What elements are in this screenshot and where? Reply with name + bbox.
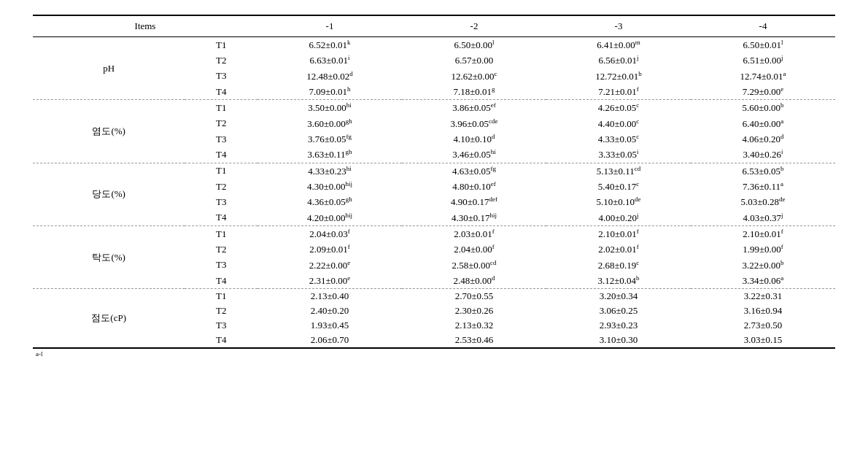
cell-0-0-1: 6.50±0.00l (402, 37, 546, 53)
cell-4-2-3: 2.73±0.50 (691, 318, 835, 333)
sub-label: T1 (185, 37, 257, 53)
cell-0-1-3: 6.51±0.00j (691, 53, 835, 68)
sub-label: T3 (185, 131, 257, 147)
sub-label: T2 (185, 242, 257, 257)
cell-4-1-1: 2.30±0.26 (402, 304, 546, 318)
cell-1-1-1: 3.96±0.05cde (402, 116, 546, 131)
sub-label: T2 (185, 53, 257, 68)
cell-0-2-2: 12.72±0.01b (546, 69, 691, 84)
cell-4-1-3: 3.16±0.94 (691, 304, 835, 318)
group-label-3: 탁도(%) (33, 225, 185, 288)
sub-label: T1 (185, 100, 257, 116)
cell-2-1-3: 7.36±0.11a (691, 179, 835, 194)
cell-4-3-0: 2.06±0.70 (257, 333, 402, 348)
sub-label: T3 (185, 69, 257, 84)
cell-2-2-3: 5.03±0.28de (691, 194, 835, 209)
header-col1: -1 (257, 15, 402, 37)
cell-3-0-1: 2.03±0.01f (402, 225, 546, 242)
cell-4-3-3: 3.03±0.15 (691, 333, 835, 348)
sub-label: T4 (185, 147, 257, 163)
cell-0-1-2: 6.56±0.01j (546, 53, 691, 68)
cell-2-0-3: 6.53±0.05b (691, 163, 835, 179)
cell-0-2-0: 12.48±0.02d (257, 69, 402, 84)
main-table-wrapper: Items -1 -2 -3 -4 pHT16.52±0.01k6.50±0.0… (33, 15, 835, 363)
cell-1-3-3: 3.40±0.26i (691, 147, 835, 163)
cell-1-2-1: 4.10±0.10d (402, 131, 546, 147)
header-col2: -2 (402, 15, 546, 37)
cell-1-1-3: 6.40±0.00a (691, 116, 835, 131)
cell-2-3-3: 4.03±0.37j (691, 210, 835, 226)
cell-3-3-3: 3.34±0.06a (691, 273, 835, 289)
cell-2-3-0: 4.20±0.00hij (257, 210, 402, 226)
cell-0-3-3: 7.29±0.00e (691, 84, 835, 100)
cell-3-2-2: 2.68±0.19c (546, 258, 691, 273)
sub-label: T3 (185, 318, 257, 333)
cell-0-0-3: 6.50±0.01l (691, 37, 835, 53)
cell-2-1-0: 4.30±0.00hij (257, 179, 402, 194)
cell-2-0-0: 4.33±0.23hi (257, 163, 402, 179)
cell-3-2-1: 2.58±0.00cd (402, 258, 546, 273)
cell-0-0-2: 6.41±0.00m (546, 37, 691, 53)
cell-4-0-1: 2.70±0.55 (402, 289, 546, 304)
cell-3-1-2: 2.02±0.01f (546, 242, 691, 257)
footnote: a-l (33, 348, 835, 363)
cell-0-2-1: 12.62±0.00c (402, 69, 546, 84)
group-label-1: 염도(%) (33, 100, 185, 163)
cell-1-2-3: 4.06±0.20d (691, 131, 835, 147)
footnote-sup: a-l (36, 350, 43, 358)
cell-1-1-0: 3.60±0.00gh (257, 116, 402, 131)
cell-4-2-2: 2.93±0.23 (546, 318, 691, 333)
cell-4-1-0: 2.40±0.20 (257, 304, 402, 318)
cell-0-3-2: 7.21±0.01f (546, 84, 691, 100)
cell-3-2-0: 2.22±0.00e (257, 258, 402, 273)
cell-1-2-2: 4.33±0.05c (546, 131, 691, 147)
cell-4-1-2: 3.06±0.25 (546, 304, 691, 318)
cell-4-3-2: 3.10±0.30 (546, 333, 691, 348)
sub-label: T1 (185, 225, 257, 242)
sub-label: T3 (185, 194, 257, 209)
sub-label: T2 (185, 116, 257, 131)
cell-3-0-3: 2.10±0.01f (691, 225, 835, 242)
cell-0-2-3: 12.74±0.01a (691, 69, 835, 84)
group-label-4: 점도(cP) (33, 289, 185, 349)
cell-3-0-0: 2.04±0.03f (257, 225, 402, 242)
cell-4-0-0: 2.13±0.40 (257, 289, 402, 304)
cell-3-1-3: 1.99±0.00f (691, 242, 835, 257)
cell-3-3-0: 2.31±0.00e (257, 273, 402, 289)
cell-2-2-1: 4.90±0.17def (402, 194, 546, 209)
cell-2-3-1: 4.30±0.17hij (402, 210, 546, 226)
cell-2-2-2: 5.10±0.10de (546, 194, 691, 209)
cell-0-0-0: 6.52±0.01k (257, 37, 402, 53)
sub-label: T3 (185, 258, 257, 273)
sub-label: T1 (185, 163, 257, 179)
cell-1-3-2: 3.33±0.05i (546, 147, 691, 163)
cell-3-1-1: 2.04±0.00f (402, 242, 546, 257)
group-label-0: pH (33, 37, 185, 100)
cell-0-1-0: 6.63±0.01i (257, 53, 402, 68)
cell-2-2-0: 4.36±0.05gh (257, 194, 402, 209)
sub-label: T2 (185, 304, 257, 318)
sub-label: T2 (185, 179, 257, 194)
cell-1-0-3: 5.60±0.00b (691, 100, 835, 116)
sub-label: T4 (185, 84, 257, 100)
group-label-2: 당도(%) (33, 163, 185, 225)
cell-3-0-2: 2.10±0.01f (546, 225, 691, 242)
cell-2-1-1: 4.80±0.10ef (402, 179, 546, 194)
cell-0-3-0: 7.09±0.01h (257, 84, 402, 100)
cell-0-3-1: 7.18±0.01g (402, 84, 546, 100)
cell-3-3-1: 2.48±0.00d (402, 273, 546, 289)
cell-2-0-2: 5.13±0.11cd (546, 163, 691, 179)
cell-3-1-0: 2.09±0.01f (257, 242, 402, 257)
cell-2-0-1: 4.63±0.05fg (402, 163, 546, 179)
cell-1-0-1: 3.86±0.05ef (402, 100, 546, 116)
cell-4-3-1: 2.53±0.46 (402, 333, 546, 348)
cell-3-3-2: 3.12±0.04b (546, 273, 691, 289)
cell-3-2-3: 3.22±0.00b (691, 258, 835, 273)
data-table: Items -1 -2 -3 -4 pHT16.52±0.01k6.50±0.0… (33, 15, 835, 363)
cell-1-2-0: 3.76±0.05fg (257, 131, 402, 147)
cell-4-2-1: 2.13±0.32 (402, 318, 546, 333)
sub-label: T1 (185, 289, 257, 304)
cell-1-3-0: 3.63±0.11gh (257, 147, 402, 163)
sub-label: T4 (185, 333, 257, 348)
header-items: Items (33, 15, 257, 37)
